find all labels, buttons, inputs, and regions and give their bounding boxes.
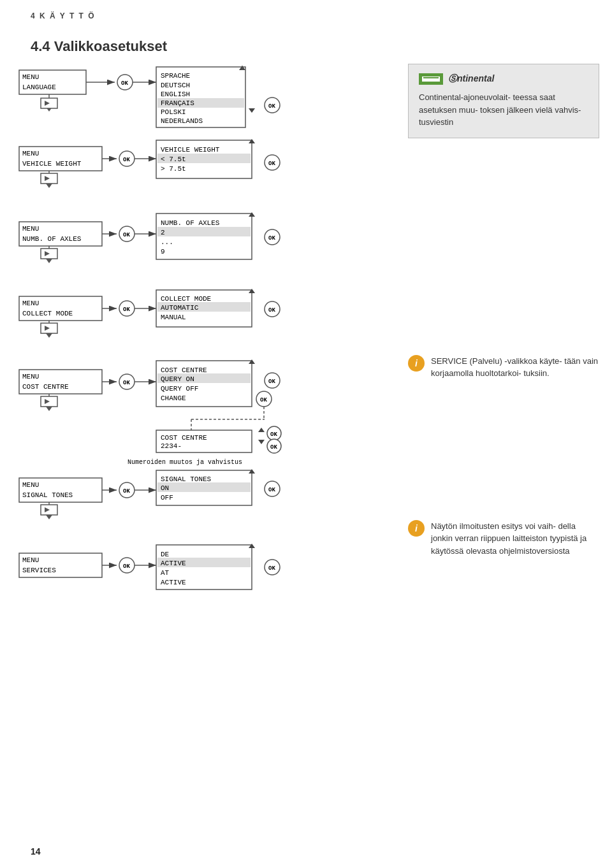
svg-text:COLLECT MODE: COLLECT MODE [161,295,212,303]
svg-marker-109 [258,440,265,444]
svg-text:FRANÇAIS: FRANÇAIS [161,99,194,107]
svg-text:MENU: MENU [22,225,39,233]
icon-bar [422,76,440,82]
svg-text:ACTIVE: ACTIVE [161,579,186,586]
svg-text:NEDERLANDS: NEDERLANDS [161,117,203,125]
svg-text:OK: OK [123,563,130,570]
svg-text:CHANGE: CHANGE [161,394,186,402]
svg-rect-55 [157,227,251,236]
svg-text:MENU: MENU [22,373,39,380]
svg-text:OK: OK [268,103,275,110]
svg-text:MENU: MENU [22,150,39,157]
svg-text:QUERY ON: QUERY ON [161,375,194,383]
svg-text:9: 9 [161,248,165,256]
svg-text:OK: OK [123,157,130,163]
svg-text:AT: AT [161,569,170,577]
svg-text:OK: OK [268,565,275,572]
svg-marker-81 [46,333,52,338]
svg-text:POLSKI: POLSKI [161,108,186,116]
svg-text:COST CENTRE: COST CENTRE [22,383,69,391]
svg-text:SIGNAL TONES: SIGNAL TONES [161,475,212,483]
svg-text:VEHICLE WEIGHT: VEHICLE WEIGHT [22,160,82,168]
services-info-item: i Näytön ilmoitusten esitys voi vaih- de… [408,520,599,558]
svg-text:DE: DE [161,551,170,558]
svg-text:ON: ON [161,484,169,492]
svg-text:COST CENTRE: COST CENTRE [161,434,207,442]
svg-text:OFF: OFF [161,494,173,502]
svg-marker-116 [46,407,52,411]
continental-description: Continental-ajoneuvolait- teessa saat as… [419,91,588,129]
svg-text:OK: OK [260,397,267,403]
svg-text:SERVICES: SERVICES [22,567,56,574]
svg-text:OK: OK [270,444,277,451]
svg-text:< 7.5t: < 7.5t [161,156,186,163]
svg-text:...: ... [161,238,173,246]
service-info-item: i SERVICE (Palvelu) -valikkoa käyte- tää… [408,355,599,380]
info-icon-services: i [408,520,425,537]
svg-text:OK: OK [123,380,130,386]
svg-text:OK: OK [268,161,275,167]
svg-text:SPRACHE: SPRACHE [161,72,191,80]
svg-text:> 7.5t: > 7.5t [161,165,186,173]
svg-text:QUERY OFF: QUERY OFF [161,385,198,393]
svg-text:2: 2 [161,229,165,236]
continental-box: Ⓢntinental Continental-ajoneuvolait- tee… [408,64,599,138]
svg-text:OK: OK [268,487,275,493]
svg-text:NUMB. OF AXLES: NUMB. OF AXLES [161,219,220,227]
svg-text:COLLECT MODE: COLLECT MODE [22,310,73,317]
svg-text:MENU: MENU [22,300,39,307]
svg-text:ACTIVE: ACTIVE [161,560,186,567]
svg-marker-42 [46,184,52,188]
info-icon-service: i [408,355,425,372]
continental-icon [419,73,443,85]
svg-text:OK: OK [123,307,130,313]
svg-text:MANUAL: MANUAL [161,314,186,321]
svg-text:OK: OK [270,431,277,438]
svg-text:VEHICLE WEIGHT: VEHICLE WEIGHT [161,146,220,154]
svg-text:OK: OK [121,80,128,87]
svg-text:Numeroiden muutos ja vahvistus: Numeroiden muutos ja vahvistus [127,459,242,466]
svg-text:AUTOMATIC: AUTOMATIC [161,304,199,312]
svg-text:OK: OK [268,379,275,385]
svg-text:COST CENTRE: COST CENTRE [161,366,207,374]
svg-text:ENGLISH: ENGLISH [161,90,190,98]
svg-marker-19 [249,108,255,113]
svg-text:MENU: MENU [22,481,39,489]
svg-text:SIGNAL TONES: SIGNAL TONES [22,491,73,499]
svg-text:MENU: MENU [22,556,39,564]
svg-text:OK: OK [123,488,130,495]
svg-text:LANGUAGE: LANGUAGE [22,83,56,91]
svg-text:OK: OK [123,232,130,238]
chapter-header: 4 K Ä Y T T Ö [31,11,96,20]
svg-text:DEUTSCH: DEUTSCH [161,82,190,89]
svg-text:OK: OK [268,235,275,242]
svg-text:2234-: 2234- [161,442,182,450]
svg-marker-135 [46,515,52,519]
flow-diagram: MENU LANGUAGE OK SPRACHE DEUTSCH ENGLISH… [13,64,389,841]
svg-marker-62 [46,259,52,263]
continental-name: Ⓢntinental [448,73,494,85]
page-number: 14 [31,846,41,857]
svg-text:OK: OK [268,307,275,314]
services-info-text: Näytön ilmoitusten esitys voi vaih- dell… [431,520,599,558]
svg-rect-129 [157,482,251,492]
continental-logo: Ⓢntinental [419,73,588,85]
service-info-text: SERVICE (Palvelu) -valikkoa käyte- tään … [431,355,599,380]
info-panel: Ⓢntinental Continental-ajoneuvolait- tee… [408,64,599,568]
svg-text:NUMB. OF AXLES: NUMB. OF AXLES [22,235,82,243]
svg-marker-108 [258,428,265,432]
section-title: 4.4 Valikkoasetukset [31,38,167,55]
svg-text:MENU: MENU [22,73,39,81]
